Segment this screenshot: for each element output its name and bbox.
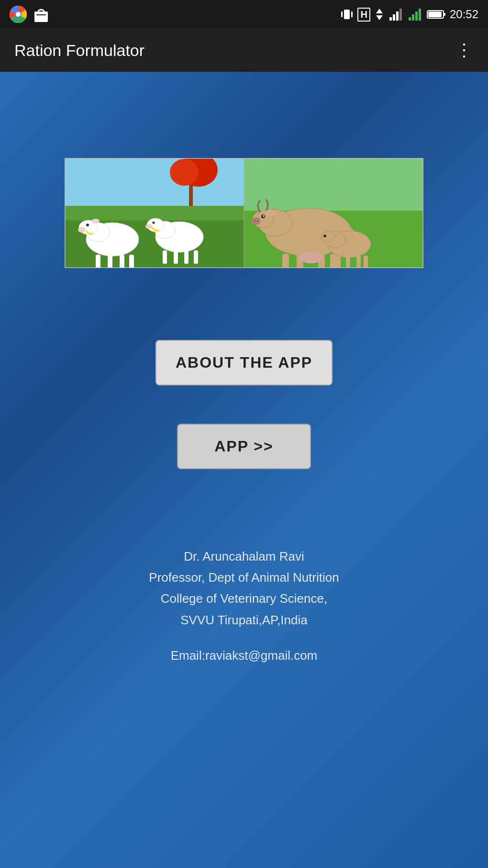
svg-rect-16 bbox=[415, 11, 418, 21]
svg-point-55 bbox=[256, 220, 258, 222]
svg-rect-3 bbox=[34, 11, 48, 22]
svg-point-53 bbox=[251, 217, 261, 225]
svg-point-67 bbox=[323, 235, 326, 237]
svg-rect-21 bbox=[428, 11, 442, 17]
footer-email: Email:raviakst@gmail.com bbox=[149, 645, 339, 666]
svg-rect-15 bbox=[412, 14, 414, 21]
svg-point-66 bbox=[321, 232, 334, 242]
svg-rect-5 bbox=[344, 10, 350, 19]
chrome-icon bbox=[10, 6, 27, 23]
svg-point-35 bbox=[78, 227, 86, 233]
svg-rect-4 bbox=[36, 14, 46, 15]
svg-rect-41 bbox=[163, 250, 167, 264]
status-right-icons: H 2 20:52 bbox=[340, 8, 478, 22]
svg-rect-7 bbox=[351, 11, 353, 17]
svg-rect-13 bbox=[399, 9, 402, 21]
cow-image-banner bbox=[65, 158, 423, 268]
signal-icon-2: 2 bbox=[408, 8, 423, 21]
app-navigate-button[interactable]: APP >> bbox=[177, 424, 311, 469]
svg-rect-68 bbox=[336, 256, 341, 268]
svg-point-54 bbox=[254, 220, 255, 222]
app-title: Ration Formulator bbox=[14, 41, 144, 60]
footer-line2: Professor, Dept of Animal Nutrition bbox=[149, 567, 339, 588]
svg-point-58 bbox=[265, 210, 276, 216]
svg-rect-31 bbox=[96, 255, 100, 268]
svg-point-46 bbox=[153, 222, 155, 224]
svg-rect-23 bbox=[65, 158, 244, 206]
status-bar: H 2 20:52 bbox=[0, 0, 488, 29]
svg-rect-48 bbox=[244, 158, 423, 211]
svg-point-63 bbox=[299, 252, 323, 263]
about-app-button[interactable]: ABOUT THE APP bbox=[155, 340, 333, 385]
more-options-icon[interactable]: ⋮ bbox=[455, 40, 474, 60]
footer-line4: SVVU Tirupati,AP,India bbox=[149, 609, 339, 631]
svg-rect-59 bbox=[282, 254, 289, 268]
footer-line1: Dr. Aruncahalam Ravi bbox=[149, 546, 339, 567]
svg-rect-12 bbox=[396, 11, 399, 21]
svg-rect-44 bbox=[194, 250, 198, 264]
vibrate-icon bbox=[340, 8, 354, 21]
svg-point-36 bbox=[86, 224, 89, 226]
svg-rect-20 bbox=[444, 13, 445, 16]
svg-rect-11 bbox=[393, 14, 395, 21]
svg-rect-62 bbox=[330, 254, 337, 268]
svg-rect-10 bbox=[389, 17, 392, 21]
data-transfer-icon bbox=[374, 8, 385, 21]
footer-line3: College of Veterinary Science, bbox=[149, 588, 339, 609]
h-network-icon: H bbox=[357, 8, 370, 22]
main-content: ABOUT THE APP APP >> Dr. Aruncahalam Rav… bbox=[0, 72, 488, 868]
svg-rect-32 bbox=[108, 255, 112, 268]
svg-rect-34 bbox=[129, 255, 134, 268]
svg-rect-43 bbox=[184, 250, 189, 264]
battery-icon bbox=[427, 9, 446, 20]
svg-rect-69 bbox=[346, 256, 350, 268]
svg-rect-70 bbox=[356, 256, 361, 268]
svg-rect-42 bbox=[174, 250, 178, 264]
app-bar: Ration Formulator ⋮ bbox=[0, 29, 488, 72]
shopping-bag-icon bbox=[33, 6, 50, 23]
svg-rect-14 bbox=[409, 17, 411, 21]
svg-rect-17 bbox=[419, 9, 421, 21]
svg-marker-8 bbox=[376, 9, 383, 13]
svg-point-37 bbox=[92, 219, 100, 224]
svg-rect-33 bbox=[120, 255, 124, 268]
svg-point-26 bbox=[170, 159, 199, 186]
svg-rect-6 bbox=[341, 11, 343, 17]
status-left-icons bbox=[10, 6, 50, 23]
svg-rect-71 bbox=[364, 256, 368, 268]
svg-marker-9 bbox=[376, 15, 383, 20]
footer-info: Dr. Aruncahalam Ravi Professor, Dept of … bbox=[149, 546, 339, 666]
svg-point-2 bbox=[16, 12, 21, 17]
signal-icon-1 bbox=[388, 8, 404, 21]
svg-point-57 bbox=[263, 215, 265, 217]
status-time: 20:52 bbox=[450, 8, 478, 21]
svg-point-45 bbox=[145, 224, 152, 229]
